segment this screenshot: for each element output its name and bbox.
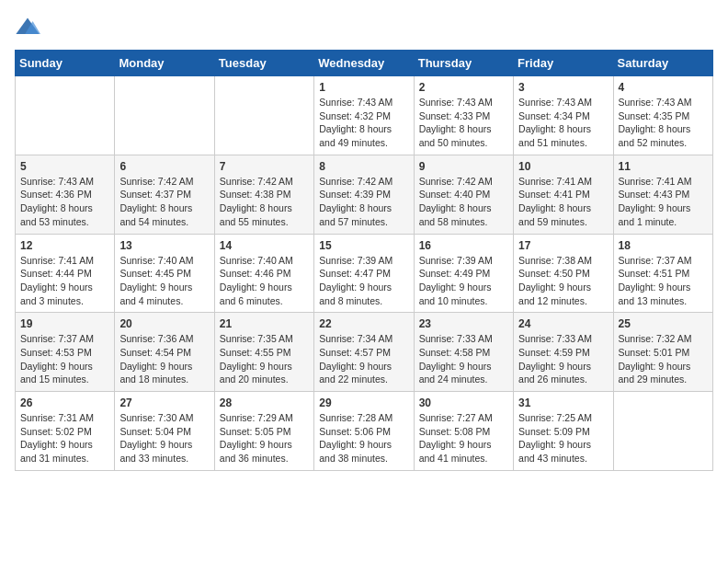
day-number: 12	[20, 239, 109, 252]
header-day-sunday: Sunday	[16, 51, 115, 76]
day-number: 19	[20, 317, 109, 330]
day-info: Sunrise: 7:39 AM Sunset: 4:49 PM Dayligh…	[419, 254, 508, 308]
calendar-cell: 9Sunrise: 7:42 AM Sunset: 4:40 PM Daylig…	[414, 155, 513, 234]
day-info: Sunrise: 7:40 AM Sunset: 4:45 PM Dayligh…	[119, 254, 209, 308]
day-info: Sunrise: 7:43 AM Sunset: 4:35 PM Dayligh…	[619, 96, 708, 150]
calendar-cell: 17Sunrise: 7:38 AM Sunset: 4:50 PM Dayli…	[514, 234, 613, 313]
calendar-week-row: 5Sunrise: 7:43 AM Sunset: 4:36 PM Daylig…	[16, 155, 713, 234]
day-info: Sunrise: 7:42 AM Sunset: 4:37 PM Dayligh…	[119, 175, 209, 229]
calendar-cell: 2Sunrise: 7:43 AM Sunset: 4:33 PM Daylig…	[414, 76, 513, 155]
calendar-cell: 7Sunrise: 7:42 AM Sunset: 4:38 PM Daylig…	[214, 155, 313, 234]
day-info: Sunrise: 7:31 AM Sunset: 5:02 PM Dayligh…	[20, 411, 109, 465]
day-number: 3	[518, 81, 608, 94]
calendar-cell: 6Sunrise: 7:42 AM Sunset: 4:37 PM Daylig…	[115, 155, 214, 234]
calendar-cell: 4Sunrise: 7:43 AM Sunset: 4:35 PM Daylig…	[613, 76, 712, 155]
day-number: 8	[319, 160, 408, 173]
day-number: 27	[119, 396, 209, 409]
day-number: 15	[319, 239, 408, 252]
day-info: Sunrise: 7:42 AM Sunset: 4:39 PM Dayligh…	[319, 175, 408, 229]
day-info: Sunrise: 7:29 AM Sunset: 5:05 PM Dayligh…	[220, 411, 309, 465]
calendar-cell: 20Sunrise: 7:36 AM Sunset: 4:54 PM Dayli…	[115, 313, 214, 392]
calendar-week-row: 1Sunrise: 7:43 AM Sunset: 4:32 PM Daylig…	[16, 76, 713, 155]
day-number: 24	[518, 317, 608, 330]
day-info: Sunrise: 7:43 AM Sunset: 4:34 PM Dayligh…	[518, 96, 608, 150]
day-number: 20	[119, 317, 209, 330]
header-day-saturday: Saturday	[613, 51, 712, 76]
day-info: Sunrise: 7:33 AM Sunset: 4:59 PM Dayligh…	[518, 332, 608, 386]
day-info: Sunrise: 7:36 AM Sunset: 4:54 PM Dayligh…	[119, 332, 209, 386]
day-info: Sunrise: 7:25 AM Sunset: 5:09 PM Dayligh…	[518, 411, 608, 465]
calendar-cell: 8Sunrise: 7:42 AM Sunset: 4:39 PM Daylig…	[314, 155, 414, 234]
calendar-cell: 21Sunrise: 7:35 AM Sunset: 4:55 PM Dayli…	[214, 313, 313, 392]
calendar-week-row: 19Sunrise: 7:37 AM Sunset: 4:53 PM Dayli…	[16, 313, 713, 392]
day-info: Sunrise: 7:34 AM Sunset: 4:57 PM Dayligh…	[319, 332, 408, 386]
calendar-cell: 13Sunrise: 7:40 AM Sunset: 4:45 PM Dayli…	[115, 234, 214, 313]
calendar-cell: 5Sunrise: 7:43 AM Sunset: 4:36 PM Daylig…	[16, 155, 115, 234]
day-info: Sunrise: 7:43 AM Sunset: 4:33 PM Dayligh…	[419, 96, 508, 150]
day-info: Sunrise: 7:41 AM Sunset: 4:43 PM Dayligh…	[619, 175, 708, 229]
calendar-cell: 27Sunrise: 7:30 AM Sunset: 5:04 PM Dayli…	[115, 392, 214, 471]
day-number: 22	[319, 317, 408, 330]
calendar-cell: 16Sunrise: 7:39 AM Sunset: 4:49 PM Dayli…	[414, 234, 513, 313]
calendar-cell: 28Sunrise: 7:29 AM Sunset: 5:05 PM Dayli…	[214, 392, 313, 471]
calendar-cell: 1Sunrise: 7:43 AM Sunset: 4:32 PM Daylig…	[314, 76, 414, 155]
day-number: 31	[518, 396, 608, 409]
header-day-monday: Monday	[115, 51, 214, 76]
day-info: Sunrise: 7:37 AM Sunset: 4:51 PM Dayligh…	[619, 254, 708, 308]
header-day-wednesday: Wednesday	[314, 51, 414, 76]
calendar-cell: 19Sunrise: 7:37 AM Sunset: 4:53 PM Dayli…	[16, 313, 115, 392]
day-info: Sunrise: 7:42 AM Sunset: 4:38 PM Dayligh…	[220, 175, 309, 229]
calendar-cell	[115, 76, 214, 155]
day-info: Sunrise: 7:27 AM Sunset: 5:08 PM Dayligh…	[419, 411, 508, 465]
day-number: 9	[419, 160, 508, 173]
day-number: 5	[20, 160, 109, 173]
calendar-table: SundayMondayTuesdayWednesdayThursdayFrid…	[15, 50, 713, 471]
day-number: 30	[419, 396, 508, 409]
calendar-cell: 29Sunrise: 7:28 AM Sunset: 5:06 PM Dayli…	[314, 392, 414, 471]
day-number: 7	[220, 160, 309, 173]
day-number: 11	[619, 160, 708, 173]
header-day-friday: Friday	[514, 51, 613, 76]
day-info: Sunrise: 7:32 AM Sunset: 5:01 PM Dayligh…	[619, 332, 708, 386]
day-number: 16	[419, 239, 508, 252]
calendar-header-row: SundayMondayTuesdayWednesdayThursdayFrid…	[16, 51, 713, 76]
day-info: Sunrise: 7:42 AM Sunset: 4:40 PM Dayligh…	[419, 175, 508, 229]
header-day-thursday: Thursday	[414, 51, 513, 76]
day-info: Sunrise: 7:30 AM Sunset: 5:04 PM Dayligh…	[119, 411, 209, 465]
day-number: 23	[419, 317, 508, 330]
day-info: Sunrise: 7:35 AM Sunset: 4:55 PM Dayligh…	[220, 332, 309, 386]
day-number: 4	[619, 81, 708, 94]
calendar-cell: 30Sunrise: 7:27 AM Sunset: 5:08 PM Dayli…	[414, 392, 513, 471]
calendar-cell: 18Sunrise: 7:37 AM Sunset: 4:51 PM Dayli…	[613, 234, 712, 313]
calendar-week-row: 12Sunrise: 7:41 AM Sunset: 4:44 PM Dayli…	[16, 234, 713, 313]
calendar-cell: 15Sunrise: 7:39 AM Sunset: 4:47 PM Dayli…	[314, 234, 414, 313]
calendar-cell: 11Sunrise: 7:41 AM Sunset: 4:43 PM Dayli…	[613, 155, 712, 234]
day-number: 18	[619, 239, 708, 252]
day-number: 10	[518, 160, 608, 173]
day-number: 6	[119, 160, 209, 173]
day-number: 25	[619, 317, 708, 330]
calendar-week-row: 26Sunrise: 7:31 AM Sunset: 5:02 PM Dayli…	[16, 392, 713, 471]
calendar-cell: 26Sunrise: 7:31 AM Sunset: 5:02 PM Dayli…	[16, 392, 115, 471]
day-number: 28	[220, 396, 309, 409]
logo	[15, 15, 44, 40]
day-info: Sunrise: 7:43 AM Sunset: 4:32 PM Dayligh…	[319, 96, 408, 150]
day-info: Sunrise: 7:41 AM Sunset: 4:44 PM Dayligh…	[20, 254, 109, 308]
calendar-cell	[214, 76, 313, 155]
day-number: 26	[20, 396, 109, 409]
day-info: Sunrise: 7:28 AM Sunset: 5:06 PM Dayligh…	[319, 411, 408, 465]
calendar-cell: 10Sunrise: 7:41 AM Sunset: 4:41 PM Dayli…	[514, 155, 613, 234]
day-info: Sunrise: 7:39 AM Sunset: 4:47 PM Dayligh…	[319, 254, 408, 308]
calendar-cell: 12Sunrise: 7:41 AM Sunset: 4:44 PM Dayli…	[16, 234, 115, 313]
calendar-cell: 3Sunrise: 7:43 AM Sunset: 4:34 PM Daylig…	[514, 76, 613, 155]
calendar-cell: 24Sunrise: 7:33 AM Sunset: 4:59 PM Dayli…	[514, 313, 613, 392]
logo-icon	[15, 15, 40, 40]
calendar-cell: 23Sunrise: 7:33 AM Sunset: 4:58 PM Dayli…	[414, 313, 513, 392]
calendar-cell	[16, 76, 115, 155]
calendar-cell: 31Sunrise: 7:25 AM Sunset: 5:09 PM Dayli…	[514, 392, 613, 471]
day-info: Sunrise: 7:43 AM Sunset: 4:36 PM Dayligh…	[20, 175, 109, 229]
header-day-tuesday: Tuesday	[214, 51, 313, 76]
day-number: 13	[119, 239, 209, 252]
day-number: 17	[518, 239, 608, 252]
day-number: 1	[319, 81, 408, 94]
